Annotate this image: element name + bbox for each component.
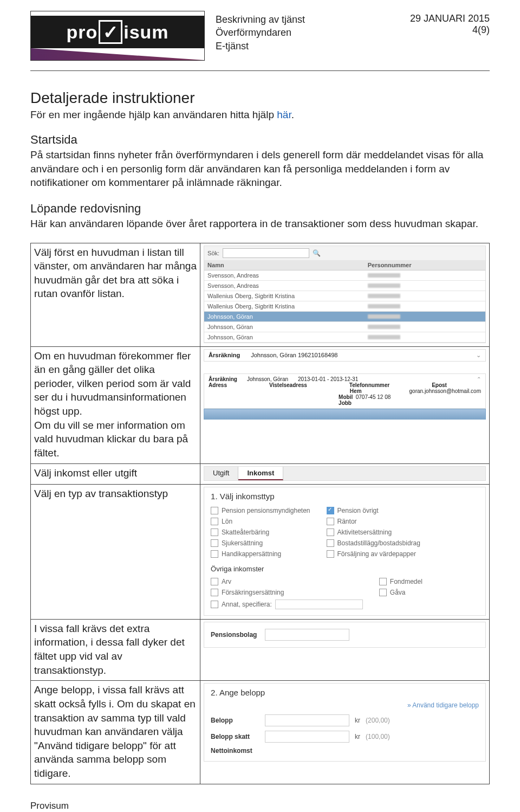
logo-text-left: pro [66,22,98,43]
checkbox-icon[interactable] [211,550,218,558]
footer: Provisum [30,801,69,811]
checkbox-icon[interactable] [211,589,218,596]
checkbox-icon[interactable] [379,578,387,585]
screenshot-extra-field: Pensionsbolag [204,622,486,648]
instruction-step-3: Välj inkomst eller utgift [31,463,200,484]
header-rule [30,70,490,71]
instruction-table: Välj först en huvudman i listan till vän… [30,243,490,784]
doc-page: 4(9) [410,24,490,36]
screenshot-income-types: 1. Välj inkomsttyp Pension pensionsmyndi… [204,487,486,616]
chevron-up-icon: ⌃ [477,376,481,382]
belopp-skatt-input[interactable] [265,731,349,743]
pensionsbolag-label: Pensionsbolag [211,631,259,639]
income-type-option[interactable]: Bostadstillägg/bostadsbidrag [327,538,420,549]
screenshot-amount: 2. Ange belopp » Använd tidigare belopp … [204,683,486,762]
income-type-option[interactable]: Aktivitetsersättning [327,527,420,538]
principal-row[interactable]: Johnsson, Göran [204,332,485,343]
checkbox-icon[interactable] [211,507,218,514]
belopp-input[interactable] [265,714,349,726]
doc-subject: Överförmyndaren [216,26,399,39]
expand-bar[interactable] [204,409,486,420]
logo-check-icon: ✓ [99,20,122,44]
principal-row[interactable]: Wallenius Öberg, Sigbritt Kristina [204,301,485,312]
principal-row[interactable]: Svensson, Andreas [204,281,485,291]
checkbox-icon[interactable] [211,539,218,547]
search-icon[interactable]: 🔍 [313,249,321,257]
other-specify-input[interactable] [275,600,363,609]
checkbox-icon[interactable] [327,518,334,525]
header-center: Beskrivning av tjänst Överförmyndaren E-… [216,11,399,53]
income-type-heading: 1. Välj inkomsttyp [211,492,479,501]
principal-row[interactable]: Johnsson, Göran [204,312,485,322]
checkbox-icon[interactable] [211,529,218,536]
instruction-step-6: Ange belopp, i vissa fall krävs att skat… [31,681,200,784]
section-startsida-heading: Startsida [30,133,490,147]
income-type-option[interactable]: Annat, specifiera: [211,598,363,611]
checkbox-icon[interactable] [327,507,334,514]
help-link[interactable]: här [277,109,291,120]
screenshot-period-expanded[interactable]: Årsräkning Johnsson, Göran 2013-01-01 - … [204,373,486,409]
income-type-option[interactable]: Räntor [327,516,420,527]
other-income-heading: Övriga inkomster [211,565,479,573]
income-type-option[interactable]: Sjukersättning [211,538,310,549]
lead-paragraph: För en mer ingående hjälp kan användaren… [30,109,490,121]
checkbox-icon[interactable] [379,589,387,596]
income-type-option[interactable]: Gåva [379,587,422,598]
main-heading: Detaljerade instruktioner [30,89,490,107]
checkbox-icon[interactable] [211,578,218,585]
screenshot-tabs: Utgift Inkomst [204,466,486,481]
logo-wedge [31,48,204,60]
income-type-option[interactable]: Handikappersättning [211,549,310,559]
checkbox-icon[interactable] [327,539,334,547]
instruction-step-2: Om en huvudman förekommer fler än en gån… [31,346,200,463]
belopp-skatt-label: Belopp skatt [211,733,259,740]
checkbox-icon[interactable] [211,601,218,608]
section-lopande-body: Här kan användaren löpande över året rap… [30,217,490,231]
instruction-step-1: Välj först en huvudman i listan till vän… [31,243,200,346]
page-header: pro ✓ isum Beskrivning av tjänst Överför… [30,11,490,61]
nettoinkomst-label: Nettoinkomst [211,747,259,755]
income-type-option[interactable]: Skatteåterbäring [211,527,310,538]
principal-row[interactable]: Svensson, Andreas [204,270,485,281]
income-type-option[interactable]: Pension övrigt [327,505,420,516]
tab-inkomst[interactable]: Inkomst [238,467,283,480]
income-type-option[interactable]: Försäljning av värdepapper [327,549,420,559]
income-type-option[interactable]: Fondmedel [379,576,422,587]
search-label: Sök: [207,250,219,256]
doc-date: 29 JANUARI 2015 [410,13,490,24]
checkbox-icon[interactable] [211,518,218,525]
chevron-down-icon: ⌄ [476,352,481,359]
income-type-option[interactable]: Pension pensionsmyndigheten [211,505,310,516]
amount-heading: 2. Ange belopp [211,688,479,697]
income-type-option[interactable]: Lön [211,516,310,527]
pensionsbolag-input[interactable] [265,629,349,641]
principal-row[interactable]: Wallenius Öberg, Sigbritt Kristina [204,291,485,301]
tab-utgift[interactable]: Utgift [204,467,238,480]
instruction-step-4: Välj en typ av transaktionstyp [31,484,200,619]
checkbox-icon[interactable] [327,529,334,536]
screenshot-principal-list: Sök: 🔍 Namn Personnummer Svensson, Andre… [204,246,486,343]
section-startsida-body: På startsidan finns nyheter från överför… [30,148,490,190]
logo-text-right: isum [123,22,168,43]
section-lopande-heading: Löpande redovisning [30,202,490,216]
doc-type: E-tjänst [216,40,399,53]
col-name: Namn [207,262,368,268]
checkbox-icon[interactable] [327,550,334,558]
income-type-option[interactable]: Arv [211,576,363,587]
search-input[interactable] [223,248,309,258]
use-previous-amount-link[interactable]: » Använd tidigare belopp [211,701,479,712]
screenshot-period-collapsed[interactable]: Årsräkning Johnsson, Göran 196210168498 … [204,349,486,362]
instruction-step-5: I vissa fall krävs det extra information… [31,619,200,681]
doc-title: Beskrivning av tjänst [216,13,399,26]
income-type-option[interactable]: Försäkringsersättning [211,587,363,598]
header-right: 29 JANUARI 2015 4(9) [410,11,490,36]
belopp-label: Belopp [211,717,259,724]
logo: pro ✓ isum [30,11,205,61]
col-pn: Personnummer [368,262,482,268]
principal-row[interactable]: Johnsson, Göran [204,322,485,332]
